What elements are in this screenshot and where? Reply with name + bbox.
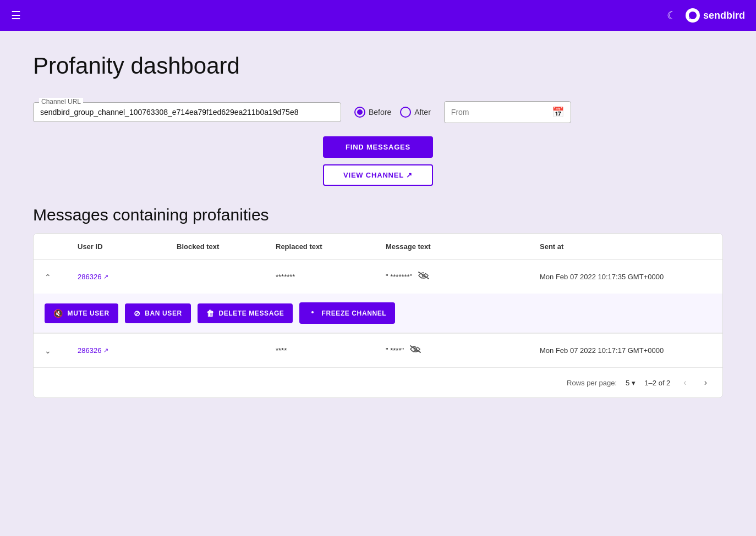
page-title: Profanity dashboard	[33, 53, 723, 79]
rows-per-page-select[interactable]: 5 ▾	[626, 379, 636, 387]
replaced-text-1: *******	[276, 273, 386, 281]
before-radio[interactable]: Before	[354, 107, 391, 118]
delete-icon: 🗑	[206, 309, 215, 318]
user-id-link-1[interactable]: 286326 ↗	[78, 273, 177, 281]
mute-user-label: MUTE USER	[68, 310, 109, 317]
before-radio-circle	[354, 107, 365, 118]
message-text-1: " *******"	[386, 270, 540, 284]
freeze-channel-button[interactable]: FREEZE CHANNEL	[299, 302, 395, 324]
message-text-2: " ****"	[386, 344, 540, 357]
table-row-1: ⌃ 286326 ↗ ******* " *******"	[34, 260, 722, 294]
table-row: ⌃ 286326 ↗ ******* " *******"	[34, 260, 722, 334]
channel-url-label: Channel URL	[39, 98, 83, 106]
logo-text: sendbird	[703, 10, 745, 21]
table-row-2: ⌄ 286326 ↗ **** " ****"	[34, 334, 722, 367]
prev-page-button[interactable]: ‹	[679, 375, 691, 390]
col-blocked-text: Blocked text	[177, 242, 276, 251]
col-replaced-text: Replaced text	[276, 242, 386, 251]
filter-row: Channel URL Before After 📅	[33, 101, 723, 123]
table-row-2-wrap: ⌄ 286326 ↗ **** " ****"	[34, 334, 722, 368]
channel-url-field: Channel URL	[33, 102, 341, 122]
user-id-2: 286326 ↗	[78, 346, 177, 355]
user-id-value-1: 286326	[78, 273, 101, 281]
user-id-link-2[interactable]: 286326 ↗	[78, 346, 177, 355]
message-value-1: " *******"	[386, 273, 412, 281]
date-input-wrap: 📅	[444, 101, 571, 123]
mute-icon: 🔇	[53, 309, 63, 318]
after-radio-circle	[400, 107, 411, 118]
button-row: FIND MESSAGES VIEW CHANNEL ↗	[33, 136, 723, 186]
calendar-icon[interactable]: 📅	[552, 106, 564, 118]
table-header: User ID Blocked text Replaced text Messa…	[34, 234, 722, 260]
after-radio[interactable]: After	[400, 107, 431, 118]
col-user-id: User ID	[78, 242, 177, 251]
ban-user-button[interactable]: ⊘ BAN USER	[125, 303, 191, 323]
freeze-channel-label: FREEZE CHANNEL	[321, 310, 386, 317]
moon-icon[interactable]: ☾	[667, 9, 677, 22]
delete-message-label: DELETE MESSAGE	[218, 310, 284, 317]
col-message-text: Message text	[386, 242, 540, 251]
rows-per-page-value: 5	[626, 379, 629, 387]
section-title: Messages containing profanities	[33, 206, 723, 224]
hamburger-icon[interactable]: ☰	[11, 9, 21, 22]
external-link-icon-1: ↗	[103, 273, 108, 280]
sent-at-1: Mon Feb 07 2022 10:17:35 GMT+0000	[540, 273, 711, 281]
svg-point-1	[311, 311, 314, 313]
hide-message-btn-1[interactable]	[417, 270, 431, 284]
expand-toggle-2[interactable]: ⌄	[45, 346, 78, 355]
pagination-row: Rows per page: 5 ▾ 1–2 of 2 ‹ ›	[34, 368, 722, 397]
delete-message-button[interactable]: 🗑 DELETE MESSAGE	[198, 303, 293, 323]
col-expand	[45, 242, 78, 251]
pagination-info: 1–2 of 2	[644, 379, 670, 387]
chevron-up-icon: ⌃	[45, 273, 51, 281]
mute-user-button[interactable]: 🔇 MUTE USER	[45, 303, 118, 323]
header: ☰ ☾ sendbird	[0, 0, 756, 31]
rows-per-page-chevron: ▾	[632, 379, 636, 387]
sent-at-2: Mon Feb 07 2022 10:17:17 GMT+0000	[540, 346, 711, 355]
ban-icon: ⊘	[134, 309, 141, 318]
before-radio-label: Before	[369, 108, 391, 117]
sendbird-logo-mark	[686, 8, 700, 23]
sendbird-logo: sendbird	[686, 8, 745, 23]
message-value-2: " ****"	[386, 346, 404, 355]
channel-url-input[interactable]	[40, 108, 334, 117]
next-page-button[interactable]: ›	[700, 375, 711, 390]
find-messages-button[interactable]: FIND MESSAGES	[323, 136, 433, 158]
messages-table: User ID Blocked text Replaced text Messa…	[33, 233, 723, 398]
radio-group: Before After	[354, 107, 431, 118]
hide-message-btn-2[interactable]	[408, 344, 423, 357]
main-content: Profanity dashboard Channel URL Before A…	[0, 31, 756, 420]
rows-per-page-label: Rows per page:	[567, 379, 617, 387]
user-id-value-2: 286326	[78, 346, 101, 355]
view-channel-button[interactable]: VIEW CHANNEL ↗	[323, 164, 433, 186]
replaced-text-2: ****	[276, 346, 386, 355]
freeze-icon	[308, 308, 317, 318]
expand-toggle-1[interactable]: ⌃	[45, 273, 78, 281]
user-id-1: 286326 ↗	[78, 273, 177, 281]
from-date-input[interactable]	[451, 108, 547, 117]
after-radio-label: After	[414, 108, 431, 117]
ban-user-label: BAN USER	[145, 310, 182, 317]
action-row-1: 🔇 MUTE USER ⊘ BAN USER 🗑 DELETE MESSAGE	[34, 294, 722, 333]
external-link-icon-2: ↗	[103, 347, 108, 354]
chevron-down-icon: ⌄	[45, 346, 51, 355]
col-sent-at: Sent at	[540, 242, 711, 251]
